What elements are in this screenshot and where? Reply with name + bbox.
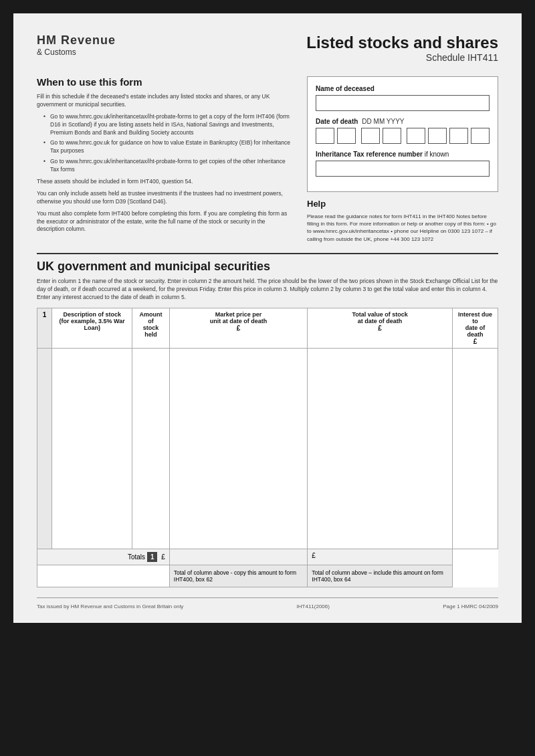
hmrc-logo: HM Revenue & Customs [37, 33, 116, 57]
col5-header-text: Interest due todate of death [458, 311, 492, 338]
bullet-item-1: Go to www.hmrc.gov.uk/inheritancetax/iht… [43, 113, 294, 137]
hmrc-logo-line1: HM Revenue [37, 33, 116, 48]
col3-data[interactable] [169, 349, 308, 549]
col1-data[interactable] [52, 349, 132, 549]
col4-header: Total value of stockat date of death £ [308, 308, 453, 349]
bullet-item-2: Go to www.hmrc.gov.uk for guidance on ho… [43, 139, 294, 155]
stocks-table: 1 Description of stock(for example, 3.5%… [37, 308, 498, 587]
instructions-intro: Fill in this schedule if the deceased's … [37, 93, 294, 109]
col3-header-text: Market price perunit at date of death [210, 311, 268, 324]
page-footer: Tax issued by HM Revenue and Customs in … [37, 597, 498, 609]
title-block: Listed stocks and shares Schedule IHT411 [306, 33, 498, 63]
row-number-header: 1 [37, 308, 52, 349]
main-content: When to use this form Fill in this sched… [37, 76, 498, 243]
summary-col4: Total of column above - copy this amount… [169, 565, 308, 587]
page-header: HM Revenue & Customs Listed stocks and s… [37, 33, 498, 63]
date-day-2[interactable] [337, 128, 356, 144]
hmrc-logo-line2: & Customs [37, 48, 116, 57]
instructions-para3: You must also complete form IHT400 befor… [37, 210, 294, 234]
totals-col5: £ [308, 549, 453, 565]
col4-header-text: Total value of stockat date of death [352, 311, 407, 324]
date-year-2[interactable] [428, 128, 447, 144]
date-year-4[interactable] [471, 128, 490, 144]
footer-center: IHT411(2006) [297, 603, 330, 609]
date-label: Date of death [316, 118, 358, 125]
summary-empty-cols [37, 565, 170, 587]
deceased-form: Name of deceased Date of death DD MM YYY… [307, 76, 498, 192]
col5-pound: £ [473, 338, 477, 345]
date-format: DD MM YYYY [362, 118, 404, 125]
page-title: Listed stocks and shares [306, 33, 498, 52]
col2-header-text: Amount ofstock held [140, 311, 163, 338]
instructions-para2: You can only include assets held as trus… [37, 190, 294, 206]
table-data-row [37, 349, 498, 549]
help-section: Help Please read the guidance notes for … [307, 199, 498, 243]
date-month-2[interactable] [383, 128, 401, 144]
footer-left: Tax issued by HM Revenue and Customs in … [37, 603, 183, 609]
name-label: Name of deceased [316, 85, 490, 92]
page: HM Revenue & Customs Listed stocks and s… [13, 13, 522, 623]
col5-data[interactable] [452, 349, 498, 549]
iht-ref-label: Inheritance Tax reference number if know… [316, 151, 490, 158]
col3-pound: £ [237, 324, 241, 332]
uk-gov-desc: Enter in column 1 the name of the stock … [37, 278, 498, 302]
row-num-cell [37, 349, 52, 549]
summary-col5: Total of column above – include this amo… [308, 565, 453, 587]
col1-header-text: Description of stock(for example, 3.5% W… [60, 311, 125, 331]
bullet-list: Go to www.hmrc.gov.uk/inheritancetax/iht… [37, 113, 294, 174]
date-month-1[interactable] [361, 128, 380, 144]
bullet-item-3: Go to www.hmrc.gov.uk/inheritancetax/iht… [43, 158, 294, 174]
instructions-section: When to use this form Fill in this sched… [37, 76, 294, 243]
totals-pound2-text: £ [312, 552, 316, 559]
date-label-row: Date of death DD MM YYYY [316, 118, 490, 125]
totals-label-text: Totals [128, 553, 145, 561]
col3-header: Market price perunit at date of death £ [169, 308, 308, 349]
iht-ref-input[interactable] [316, 161, 490, 177]
col5-header: Interest due todate of death £ [452, 308, 498, 349]
instructions-title: When to use this form [37, 76, 294, 88]
totals-label-cell: Totals 1 £ [37, 549, 170, 565]
table-header-row: 1 Description of stock(for example, 3.5%… [37, 308, 498, 349]
totals-col4[interactable] [169, 549, 308, 565]
col2-data[interactable] [132, 349, 169, 549]
totals-pound1: £ [161, 553, 165, 561]
date-row [316, 128, 490, 144]
page-subtitle: Schedule IHT411 [306, 52, 498, 63]
help-text: Please read the guidance notes for form … [307, 213, 498, 243]
date-day-1[interactable] [316, 128, 334, 144]
totals-row: Totals 1 £ £ [37, 549, 498, 565]
totals-badge: 1 [147, 552, 158, 562]
col4-pound: £ [378, 324, 382, 332]
date-year-3[interactable] [449, 128, 468, 144]
section-divider [37, 253, 498, 254]
date-year-1[interactable] [407, 128, 425, 144]
uk-gov-title: UK government and municipal securities [37, 260, 498, 274]
name-input[interactable] [316, 95, 490, 111]
summary-row: Total of column above - copy this amount… [37, 565, 498, 587]
form-section: Name of deceased Date of death DD MM YYY… [307, 76, 498, 243]
col1-header: Description of stock(for example, 3.5% W… [52, 308, 132, 349]
col4-data[interactable] [308, 349, 453, 549]
help-title: Help [307, 199, 498, 209]
instructions-para1: These assets should be included in form … [37, 178, 294, 186]
footer-right: Page 1 HMRC 04/2009 [443, 603, 498, 609]
col2-header: Amount ofstock held [132, 308, 169, 349]
